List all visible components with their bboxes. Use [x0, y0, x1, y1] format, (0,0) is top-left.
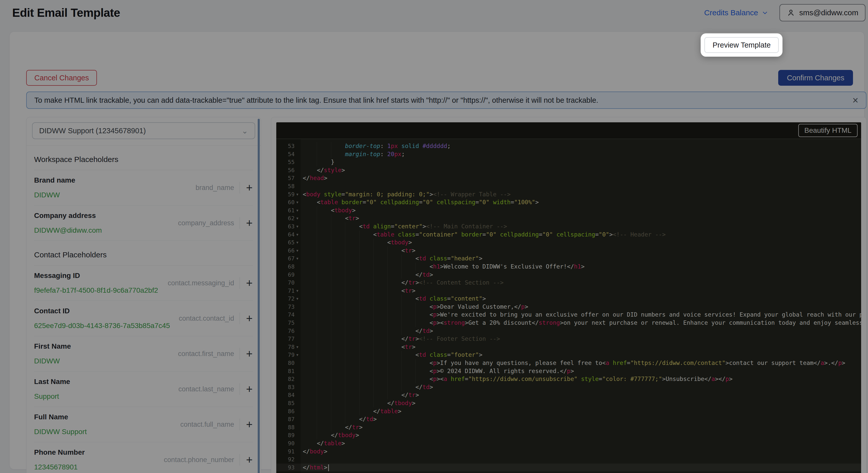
- preview-template-button[interactable]: Preview Template: [705, 37, 779, 53]
- tour-dim-overlay: [0, 0, 868, 473]
- tour-spotlight: Preview Template: [701, 34, 782, 57]
